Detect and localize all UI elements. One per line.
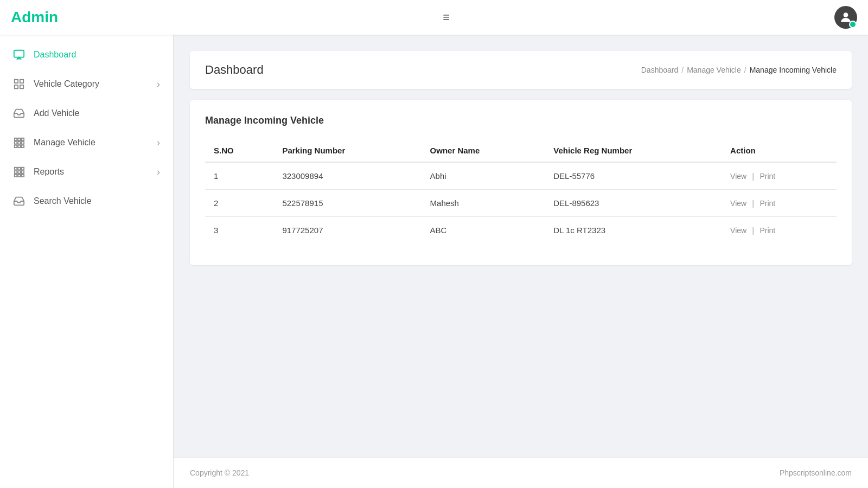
user-avatar[interactable] [834, 6, 857, 29]
col-sno: S.NO [205, 139, 273, 162]
table-row: 2 522578915 Mahesh DEL-895623 View | Pri… [205, 190, 837, 217]
table-body: 1 323009894 Abhi DEL-55776 View | Print [205, 162, 837, 243]
svg-rect-8 [18, 138, 21, 141]
col-owner-name: Owner Name [422, 139, 545, 162]
col-parking-number: Parking Number [273, 139, 421, 162]
search-vehicle-icon [13, 195, 25, 207]
breadcrumb-manage-vehicle[interactable]: Manage Vehicle [687, 66, 741, 74]
avatar-icon [839, 10, 853, 24]
header-logo: Admin [11, 9, 58, 26]
print-link-1[interactable]: Print [760, 172, 775, 181]
inbox-icon [13, 107, 25, 119]
breadcrumb: Dashboard / Manage Vehicle / Manage Inco… [641, 66, 837, 74]
col-vehicle-reg: Vehicle Reg Number [545, 139, 722, 162]
print-link-3[interactable]: Print [760, 226, 775, 235]
cell-owner-3: ABC [422, 217, 545, 244]
cell-action-3: View | Print [722, 217, 837, 244]
sidebar: Dashboard Vehicle Category › Add Vehicle [0, 35, 174, 488]
table-row: 3 917725207 ABC DL 1c RT2323 View | Prin… [205, 217, 837, 244]
main-content: Dashboard Dashboard / Manage Vehicle / M… [174, 35, 868, 457]
cell-parking-2: 522578915 [273, 190, 421, 217]
breadcrumb-dashboard[interactable]: Dashboard [641, 66, 679, 74]
svg-rect-23 [18, 175, 21, 177]
svg-rect-12 [22, 142, 24, 144]
footer: Copyright © 2021 Phpscriptsonline.com [174, 457, 868, 488]
cell-reg-3: DL 1c RT2323 [545, 217, 722, 244]
sidebar-label-search-vehicle: Search Vehicle [34, 196, 160, 206]
action-sep-2: | [752, 198, 754, 208]
menu-toggle-icon[interactable]: ≡ [443, 10, 450, 24]
page-title: Dashboard [205, 63, 264, 77]
col-action: Action [722, 139, 837, 162]
action-sep-3: | [752, 226, 754, 235]
sidebar-label-vehicle-category: Vehicle Category [34, 79, 148, 89]
cell-action-2: View | Print [722, 190, 837, 217]
sidebar-item-vehicle-category[interactable]: Vehicle Category › [0, 69, 173, 99]
grid-icon [13, 78, 25, 90]
svg-rect-5 [15, 85, 18, 88]
sidebar-label-add-vehicle: Add Vehicle [34, 108, 160, 118]
cell-action-1: View | Print [722, 162, 837, 190]
action-sep-1: | [752, 171, 754, 181]
svg-rect-15 [22, 145, 24, 148]
table-header-row: S.NO Parking Number Owner Name Vehicle R… [205, 139, 837, 162]
sidebar-label-manage-vehicle: Manage Vehicle [34, 138, 148, 147]
cell-sno-3: 3 [205, 217, 273, 244]
view-link-1[interactable]: View [730, 172, 746, 181]
svg-rect-19 [15, 171, 17, 174]
cell-owner-1: Abhi [422, 162, 545, 190]
svg-rect-3 [15, 80, 18, 83]
cell-parking-1: 323009894 [273, 162, 421, 190]
content-area: Dashboard Dashboard / Manage Vehicle / M… [174, 35, 868, 488]
cell-reg-1: DEL-55776 [545, 162, 722, 190]
sidebar-item-reports[interactable]: Reports › [0, 157, 173, 187]
svg-rect-17 [18, 168, 21, 170]
main-layout: Dashboard Vehicle Category › Add Vehicle [0, 35, 868, 488]
svg-rect-1 [14, 50, 24, 57]
table-row: 1 323009894 Abhi DEL-55776 View | Print [205, 162, 837, 190]
svg-rect-4 [20, 80, 23, 83]
view-link-2[interactable]: View [730, 199, 746, 208]
svg-rect-13 [15, 145, 17, 148]
footer-copyright: Copyright © 2021 [190, 468, 249, 477]
sidebar-label-reports: Reports [34, 167, 148, 177]
reports-icon [13, 166, 25, 178]
svg-point-0 [844, 12, 848, 17]
cell-sno-1: 1 [205, 162, 273, 190]
svg-rect-10 [15, 142, 17, 144]
cell-parking-3: 917725207 [273, 217, 421, 244]
incoming-vehicle-table: S.NO Parking Number Owner Name Vehicle R… [205, 139, 837, 243]
cell-sno-2: 2 [205, 190, 273, 217]
svg-rect-7 [15, 138, 17, 141]
sidebar-item-add-vehicle[interactable]: Add Vehicle [0, 99, 173, 128]
view-link-3[interactable]: View [730, 226, 746, 235]
page-header: Dashboard Dashboard / Manage Vehicle / M… [190, 51, 852, 89]
svg-rect-6 [20, 85, 23, 88]
breadcrumb-sep-1: / [681, 66, 684, 74]
apps-icon [13, 137, 25, 149]
svg-rect-18 [22, 168, 24, 170]
table-head: S.NO Parking Number Owner Name Vehicle R… [205, 139, 837, 162]
card-title: Manage Incoming Vehicle [205, 115, 837, 126]
svg-rect-9 [22, 138, 24, 141]
chevron-right-icon-vc: › [157, 79, 160, 90]
svg-rect-24 [22, 175, 24, 177]
svg-rect-11 [18, 142, 21, 144]
cell-owner-2: Mahesh [422, 190, 545, 217]
breadcrumb-sep-2: / [744, 66, 746, 74]
top-header: Admin ≡ [0, 0, 868, 35]
sidebar-item-dashboard[interactable]: Dashboard [0, 40, 173, 69]
svg-rect-14 [18, 145, 21, 148]
svg-rect-21 [22, 171, 24, 174]
chevron-right-icon-r: › [157, 166, 160, 178]
footer-brand: Phpscriptsonline.com [780, 468, 852, 477]
sidebar-item-manage-vehicle[interactable]: Manage Vehicle › [0, 128, 173, 157]
svg-rect-20 [18, 171, 21, 174]
sidebar-item-search-vehicle[interactable]: Search Vehicle [0, 187, 173, 216]
sidebar-label-dashboard: Dashboard [34, 50, 160, 60]
chevron-right-icon-mv: › [157, 137, 160, 149]
cell-reg-2: DEL-895623 [545, 190, 722, 217]
print-link-2[interactable]: Print [760, 199, 775, 208]
incoming-vehicle-card: Manage Incoming Vehicle S.NO Parking Num… [190, 100, 852, 265]
svg-rect-22 [15, 175, 17, 177]
